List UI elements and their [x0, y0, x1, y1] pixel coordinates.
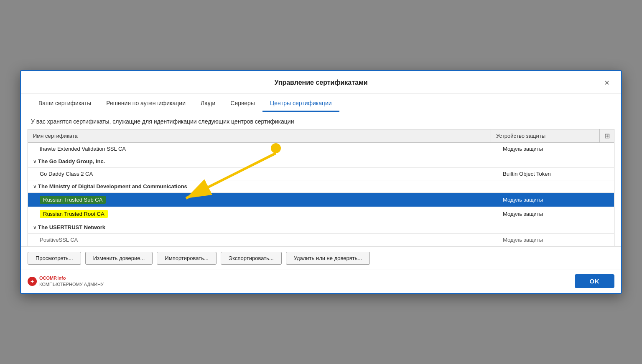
group-name-cell: ∨The USERTRUST Network	[28, 221, 491, 233]
certificate-manager-dialog: Управление сертификатами × Ваши сертифик…	[20, 70, 622, 294]
cert-name-cell: PositiveSSL CA	[28, 234, 491, 246]
ok-button[interactable]: OK	[575, 274, 615, 288]
empty-cell	[600, 146, 614, 152]
change-trust-button[interactable]: Изменить доверие...	[85, 252, 153, 265]
group-row-ministry[interactable]: ∨The Ministry of Digital Development and…	[28, 180, 614, 193]
tabs-row: Ваши сертификаты Решения по аутентификац…	[21, 96, 621, 112]
empty-cell	[600, 211, 614, 217]
group-name-cell: ∨The Ministry of Digital Development and…	[28, 180, 491, 192]
chevron-icon: ∨	[33, 184, 36, 189]
close-button[interactable]: ×	[601, 77, 613, 88]
table-row-sub-ca[interactable]: Russian Trusted Sub CA Модуль защиты	[28, 193, 614, 207]
group-device-cell	[491, 159, 600, 164]
actions-bar: Просмотреть... Изменить доверие... Импор…	[21, 246, 621, 270]
empty-cell	[600, 225, 614, 230]
tab-people[interactable]: Люди	[193, 96, 223, 112]
col-icon: ⊞	[600, 129, 614, 142]
tab-servers[interactable]: Серверы	[223, 96, 262, 112]
footer-row: + OCOMP.info КОМПЬЮТЕРНОМУ АДМИНУ OK	[21, 270, 621, 293]
description-text: У вас хранятся сертификаты, служащие для…	[21, 112, 621, 129]
dialog-title: Управление сертификатами	[41, 79, 601, 86]
tab-your-certs[interactable]: Ваши сертификаты	[31, 96, 99, 112]
cert-name-cell: Go Daddy Class 2 CA	[28, 168, 491, 180]
empty-cell	[600, 159, 614, 164]
group-device-cell	[491, 225, 600, 230]
device-cell: Модуль защиты	[491, 234, 600, 246]
title-bar: Управление сертификатами ×	[21, 71, 621, 94]
table-header: Имя сертификата Устройство защиты ⊞	[28, 129, 614, 143]
watermark-text: OCOMP.info КОМПЬЮТЕРНОМУ АДМИНУ	[39, 275, 104, 287]
cert-name-cell: Russian Trusted Root CA	[28, 207, 491, 221]
chevron-icon: ∨	[33, 159, 36, 164]
group-name-cell: ∨The Go Daddy Group, Inc.	[28, 155, 491, 167]
watermark-cross-icon: +	[28, 277, 37, 286]
empty-cell	[600, 184, 614, 190]
empty-cell	[600, 237, 614, 243]
chevron-icon: ∨	[33, 225, 36, 230]
cert-name-cell: thawte Extended Validation SSL CA	[28, 143, 491, 155]
certificates-table: Имя сертификата Устройство защиты ⊞ thaw…	[28, 129, 614, 246]
tab-authorities[interactable]: Центры сертификации	[262, 96, 339, 112]
group-row[interactable]: ∨The Go Daddy Group, Inc.	[28, 155, 614, 168]
table-row-root-ca[interactable]: Russian Trusted Root CA Модуль защиты	[28, 207, 614, 221]
table-body: thawte Extended Validation SSL CA Модуль…	[28, 143, 614, 246]
group-row-usertrust[interactable]: ∨The USERTRUST Network	[28, 221, 614, 234]
cert-name-badge-green: Russian Trusted Sub CA	[40, 196, 106, 204]
table-row-positivessl[interactable]: PositiveSSL CA Модуль защиты	[28, 234, 614, 246]
cert-name-cell: Russian Trusted Sub CA	[28, 193, 491, 207]
table-settings-icon[interactable]: ⊞	[602, 130, 612, 142]
empty-cell	[600, 197, 614, 203]
device-cell: Builtin Object Token	[491, 168, 600, 180]
cert-name-badge-yellow: Russian Trusted Root CA	[40, 210, 108, 218]
col-device: Устройство защиты	[491, 129, 600, 142]
col-cert-name: Имя сертификата	[28, 129, 491, 142]
import-button[interactable]: Импортировать...	[157, 252, 216, 265]
device-cell: Модуль защиты	[491, 194, 600, 206]
table-row[interactable]: Go Daddy Class 2 CA Builtin Object Token	[28, 168, 614, 180]
delete-button[interactable]: Удалить или не доверять...	[286, 252, 370, 265]
empty-cell	[600, 171, 614, 177]
export-button[interactable]: Экспортировать...	[221, 252, 282, 265]
device-cell: Модуль защиты	[491, 143, 600, 155]
view-button[interactable]: Просмотреть...	[28, 252, 81, 265]
tab-auth-decisions[interactable]: Решения по аутентификации	[99, 96, 193, 112]
group-device-cell	[491, 184, 600, 190]
device-cell: Модуль защиты	[491, 208, 600, 220]
table-row[interactable]: thawte Extended Validation SSL CA Модуль…	[28, 143, 614, 155]
watermark: + OCOMP.info КОМПЬЮТЕРНОМУ АДМИНУ	[28, 275, 104, 287]
